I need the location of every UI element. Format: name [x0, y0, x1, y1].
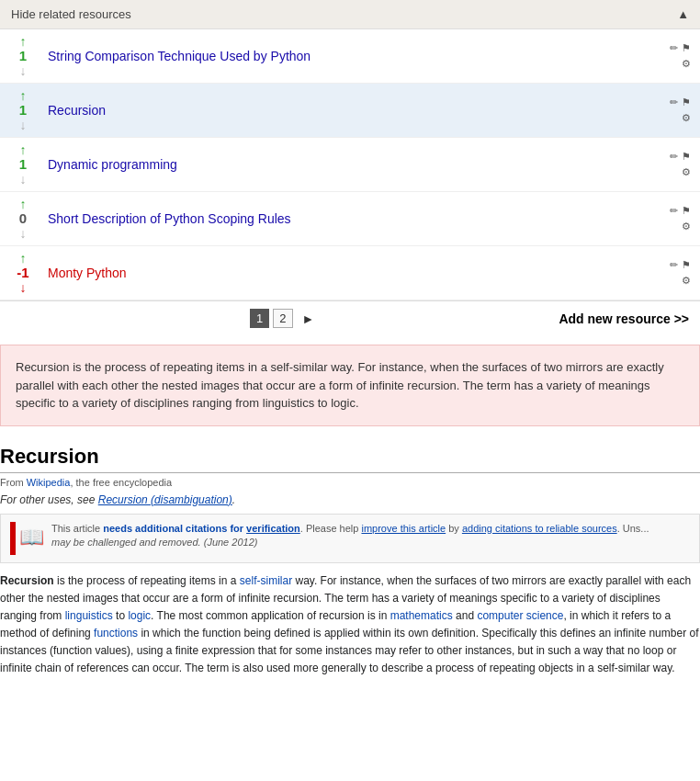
wiki-title: Recursion [0, 445, 700, 473]
wiki-notice: 📖 This article needs additional citation… [0, 514, 700, 563]
flag-icon[interactable] [682, 205, 691, 217]
vote-up-btn[interactable]: ↑ [20, 143, 27, 156]
resource-item-res-2: ↑ 1 ↓ Recursion [0, 84, 700, 138]
action-row-bottom [682, 275, 691, 287]
gear-icon[interactable] [682, 221, 691, 232]
vote-count: 1 [19, 48, 27, 64]
pencil-icon[interactable] [670, 151, 678, 163]
description-box: Recursion is the process of repeating it… [0, 345, 700, 426]
resource-link[interactable]: Recursion [48, 103, 106, 118]
notice-icon: 📖 [10, 522, 44, 555]
resource-actions [670, 42, 691, 70]
flag-icon[interactable] [682, 42, 691, 54]
notice-bar [10, 522, 16, 555]
action-row-top [670, 151, 691, 163]
add-new-resource-link[interactable]: Add new resource >> [559, 311, 689, 326]
vote-count: 0 [19, 210, 27, 227]
logic-link[interactable]: logic [128, 609, 151, 622]
page-next-icon[interactable]: ► [297, 310, 321, 328]
wiki-section: Recursion From Wikipedia, the free encyc… [0, 436, 700, 678]
citations-link[interactable]: adding citations to reliable sources [462, 523, 617, 534]
pagination-controls: 1 2 ► [250, 309, 320, 328]
resource-actions [670, 96, 691, 124]
vote-up-btn[interactable]: ↑ [20, 89, 27, 102]
action-row-bottom [682, 58, 691, 70]
action-row-top [670, 42, 691, 54]
resource-item-res-4: ↑ 0 ↓ Short Description of Python Scopin… [0, 192, 700, 246]
resource-actions [670, 151, 691, 178]
wiki-body: Recursion is the process of repeating it… [0, 572, 700, 678]
resource-title: Monty Python [39, 266, 670, 280]
resource-actions [670, 259, 691, 287]
improve-link[interactable]: improve this article [361, 523, 446, 534]
functions-link[interactable]: functions [94, 627, 138, 640]
vote-up-btn[interactable]: ↑ [20, 252, 27, 265]
resource-title: Short Description of Python Scoping Rule… [39, 211, 670, 226]
resource-item-res-3: ↑ 1 ↓ Dynamic programming [0, 138, 700, 192]
wiki-disambiguation: For other uses, see Recursion (disambigu… [0, 493, 700, 506]
gear-icon[interactable] [682, 58, 691, 70]
self-similar-link[interactable]: self-similar [240, 574, 292, 587]
resource-title: Recursion [39, 103, 670, 118]
wiki-source: From Wikipedia, the free encyclopedia [0, 477, 700, 488]
vote-count: -1 [17, 265, 28, 281]
resource-link[interactable]: String Comparison Technique Used by Pyth… [48, 49, 310, 63]
vote-down-btn[interactable]: ↓ [20, 173, 27, 186]
flag-icon[interactable] [682, 96, 691, 108]
notice-text: This article needs additional citations … [51, 522, 649, 550]
vote-count: 1 [19, 102, 27, 119]
gear-icon[interactable] [682, 112, 691, 124]
notice-book-icon: 📖 [19, 524, 44, 552]
vote-col: ↑ 1 ↓ [7, 35, 39, 77]
action-row-bottom [682, 221, 691, 232]
resource-title: Dynamic programming [39, 157, 670, 172]
resource-actions [670, 205, 691, 232]
description-text: Recursion is the process of repeating it… [16, 360, 664, 410]
pencil-icon[interactable] [670, 259, 678, 271]
vote-down-btn[interactable]: ↓ [20, 227, 27, 240]
resource-item-res-5: ↑ -1 ↓ Monty Python [0, 246, 700, 300]
vote-up-btn[interactable]: ↑ [20, 198, 27, 210]
pencil-icon[interactable] [670, 205, 678, 217]
action-row-top [670, 259, 691, 271]
vote-down-btn[interactable]: ↓ [20, 281, 27, 294]
resource-item-res-1: ↑ 1 ↓ String Comparison Technique Used b… [0, 29, 700, 84]
flag-icon[interactable] [682, 259, 691, 271]
mathematics-link[interactable]: mathematics [390, 609, 453, 622]
page-1[interactable]: 1 [250, 309, 269, 328]
verification-link[interactable]: verification [246, 523, 300, 534]
action-row-top [670, 205, 691, 217]
vote-col: ↑ 0 ↓ [7, 198, 39, 240]
pagination-row: 1 2 ► Add new resource >> [0, 301, 700, 335]
vote-count: 1 [19, 156, 27, 173]
resource-link[interactable]: Short Description of Python Scoping Rule… [48, 211, 291, 226]
vote-down-btn[interactable]: ↓ [20, 119, 27, 131]
computer-science-link[interactable]: computer science [477, 609, 563, 622]
resource-list: ↑ 1 ↓ String Comparison Technique Used b… [0, 29, 700, 301]
header-label: Hide related resources [11, 7, 131, 21]
action-row-bottom [682, 166, 691, 178]
action-row-bottom [682, 112, 691, 124]
action-row-top [670, 96, 691, 108]
vote-col: ↑ 1 ↓ [7, 143, 39, 186]
resource-link[interactable]: Monty Python [48, 266, 127, 280]
collapse-icon[interactable]: ▲ [677, 7, 689, 21]
vote-down-btn[interactable]: ↓ [20, 64, 27, 77]
gear-icon[interactable] [682, 275, 691, 287]
vote-col: ↑ 1 ↓ [7, 89, 39, 131]
linguistics-link[interactable]: linguistics [65, 609, 113, 622]
page-2[interactable]: 2 [273, 309, 292, 328]
vote-up-btn[interactable]: ↑ [20, 35, 27, 48]
flag-icon[interactable] [682, 151, 691, 163]
resource-title: String Comparison Technique Used by Pyth… [39, 49, 670, 63]
related-resources-header[interactable]: Hide related resources ▲ [0, 0, 700, 29]
gear-icon[interactable] [682, 166, 691, 178]
disambiguation-link[interactable]: Recursion (disambiguation) [98, 493, 232, 506]
wikipedia-link[interactable]: Wikipedia [27, 477, 71, 488]
vote-col: ↑ -1 ↓ [7, 252, 39, 294]
resource-link[interactable]: Dynamic programming [48, 157, 177, 172]
pencil-icon[interactable] [670, 96, 678, 108]
pencil-icon[interactable] [670, 42, 678, 54]
